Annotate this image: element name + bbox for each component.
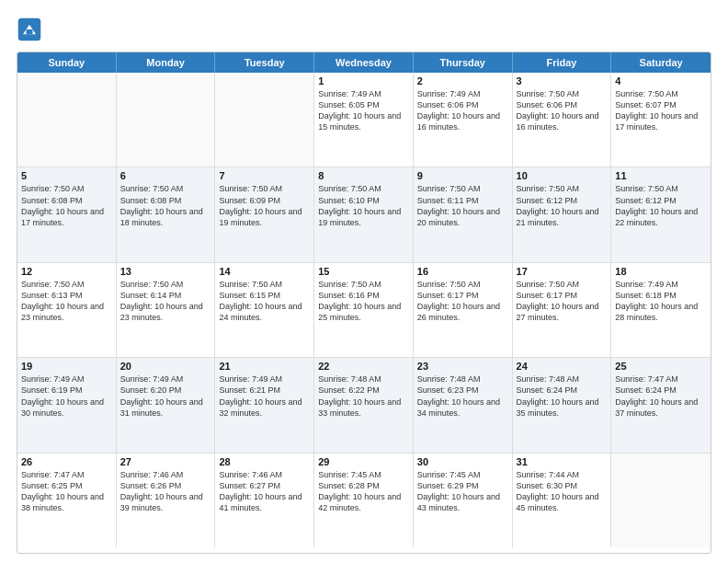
calendar-cell: 21Sunrise: 7:49 AM Sunset: 6:21 PM Dayli…: [215, 358, 314, 452]
calendar-cell: [17, 73, 117, 167]
calendar-cell: [611, 454, 711, 547]
day-number: 28: [219, 456, 310, 467]
cell-details: Sunrise: 7:50 AM Sunset: 6:10 PM Dayligh…: [318, 183, 409, 228]
logo: [17, 17, 46, 42]
day-number: 5: [21, 170, 112, 181]
day-number: 18: [615, 266, 707, 277]
day-number: 9: [417, 170, 508, 181]
day-wednesday: Wednesday: [314, 52, 414, 73]
day-number: 12: [21, 266, 112, 277]
day-thursday: Thursday: [414, 52, 513, 73]
calendar-body: 1Sunrise: 7:49 AM Sunset: 6:05 PM Daylig…: [17, 73, 711, 547]
day-number: 30: [417, 456, 508, 467]
calendar-cell: 31Sunrise: 7:44 AM Sunset: 6:30 PM Dayli…: [513, 454, 612, 547]
page: Sunday Monday Tuesday Wednesday Thursday…: [0, 0, 728, 563]
cell-details: Sunrise: 7:50 AM Sunset: 6:15 PM Dayligh…: [219, 279, 310, 324]
calendar-cell: 1Sunrise: 7:49 AM Sunset: 6:05 PM Daylig…: [314, 73, 414, 167]
calendar-cell: 8Sunrise: 7:50 AM Sunset: 6:10 PM Daylig…: [314, 167, 414, 261]
cell-details: Sunrise: 7:50 AM Sunset: 6:06 PM Dayligh…: [517, 88, 608, 133]
cell-details: Sunrise: 7:45 AM Sunset: 6:29 PM Dayligh…: [417, 469, 508, 514]
calendar-row: 1Sunrise: 7:49 AM Sunset: 6:05 PM Daylig…: [17, 73, 711, 167]
calendar-cell: 10Sunrise: 7:50 AM Sunset: 6:12 PM Dayli…: [513, 167, 612, 261]
calendar-cell: 11Sunrise: 7:50 AM Sunset: 6:12 PM Dayli…: [611, 167, 711, 261]
calendar-cell: 6Sunrise: 7:50 AM Sunset: 6:08 PM Daylig…: [117, 167, 216, 261]
calendar-cell: [215, 73, 314, 167]
calendar-cell: 23Sunrise: 7:48 AM Sunset: 6:23 PM Dayli…: [414, 358, 513, 452]
day-number: 2: [417, 75, 508, 86]
calendar-cell: 7Sunrise: 7:50 AM Sunset: 6:09 PM Daylig…: [215, 167, 314, 261]
cell-details: Sunrise: 7:45 AM Sunset: 6:28 PM Dayligh…: [318, 469, 409, 514]
cell-details: Sunrise: 7:50 AM Sunset: 6:13 PM Dayligh…: [21, 279, 112, 324]
cell-details: Sunrise: 7:50 AM Sunset: 6:07 PM Dayligh…: [615, 88, 707, 133]
day-number: 31: [517, 456, 608, 467]
day-number: 20: [120, 361, 211, 372]
day-number: 3: [517, 75, 608, 86]
day-number: 8: [318, 170, 409, 181]
cell-details: Sunrise: 7:49 AM Sunset: 6:20 PM Dayligh…: [120, 373, 211, 419]
cell-details: Sunrise: 7:46 AM Sunset: 6:27 PM Dayligh…: [219, 469, 310, 514]
cell-details: Sunrise: 7:50 AM Sunset: 6:08 PM Dayligh…: [120, 183, 211, 228]
day-number: 1: [318, 75, 409, 86]
day-number: 23: [417, 361, 508, 372]
calendar-cell: 27Sunrise: 7:46 AM Sunset: 6:26 PM Dayli…: [117, 454, 216, 547]
calendar-cell: 9Sunrise: 7:50 AM Sunset: 6:11 PM Daylig…: [414, 167, 513, 261]
day-number: 15: [318, 266, 409, 277]
calendar-cell: 25Sunrise: 7:47 AM Sunset: 6:24 PM Dayli…: [611, 358, 711, 452]
calendar-row: 26Sunrise: 7:47 AM Sunset: 6:25 PM Dayli…: [17, 454, 711, 547]
day-number: 4: [615, 75, 707, 86]
day-number: 22: [318, 361, 409, 372]
day-number: 17: [517, 266, 608, 277]
cell-details: Sunrise: 7:49 AM Sunset: 6:21 PM Dayligh…: [219, 373, 310, 419]
cell-details: Sunrise: 7:50 AM Sunset: 6:12 PM Dayligh…: [615, 183, 707, 228]
cell-details: Sunrise: 7:50 AM Sunset: 6:17 PM Dayligh…: [517, 279, 608, 324]
day-number: 27: [120, 456, 211, 467]
calendar-cell: 15Sunrise: 7:50 AM Sunset: 6:16 PM Dayli…: [314, 263, 414, 357]
header: [17, 17, 711, 42]
cell-details: Sunrise: 7:48 AM Sunset: 6:22 PM Dayligh…: [318, 373, 409, 419]
calendar-cell: 28Sunrise: 7:46 AM Sunset: 6:27 PM Dayli…: [215, 454, 314, 547]
logo-icon: [17, 17, 42, 42]
calendar-cell: 29Sunrise: 7:45 AM Sunset: 6:28 PM Dayli…: [314, 454, 414, 547]
calendar-cell: 14Sunrise: 7:50 AM Sunset: 6:15 PM Dayli…: [215, 263, 314, 357]
day-number: 19: [21, 361, 112, 372]
calendar-header: Sunday Monday Tuesday Wednesday Thursday…: [17, 52, 711, 73]
calendar: Sunday Monday Tuesday Wednesday Thursday…: [17, 52, 711, 554]
cell-details: Sunrise: 7:49 AM Sunset: 6:18 PM Dayligh…: [615, 279, 707, 324]
cell-details: Sunrise: 7:50 AM Sunset: 6:16 PM Dayligh…: [318, 279, 409, 324]
calendar-cell: 2Sunrise: 7:49 AM Sunset: 6:06 PM Daylig…: [414, 73, 513, 167]
calendar-cell: 17Sunrise: 7:50 AM Sunset: 6:17 PM Dayli…: [513, 263, 612, 357]
cell-details: Sunrise: 7:46 AM Sunset: 6:26 PM Dayligh…: [120, 469, 211, 514]
day-number: 24: [517, 361, 608, 372]
calendar-cell: 24Sunrise: 7:48 AM Sunset: 6:24 PM Dayli…: [513, 358, 612, 452]
day-friday: Friday: [513, 52, 612, 73]
day-tuesday: Tuesday: [215, 52, 314, 73]
calendar-cell: 3Sunrise: 7:50 AM Sunset: 6:06 PM Daylig…: [513, 73, 612, 167]
cell-details: Sunrise: 7:50 AM Sunset: 6:17 PM Dayligh…: [417, 279, 508, 324]
cell-details: Sunrise: 7:47 AM Sunset: 6:25 PM Dayligh…: [21, 469, 112, 514]
day-number: 13: [120, 266, 211, 277]
calendar-cell: 26Sunrise: 7:47 AM Sunset: 6:25 PM Dayli…: [17, 454, 117, 547]
svg-rect-2: [27, 29, 33, 34]
day-sunday: Sunday: [17, 52, 117, 73]
day-number: 16: [417, 266, 508, 277]
cell-details: Sunrise: 7:49 AM Sunset: 6:19 PM Dayligh…: [21, 373, 112, 419]
day-number: 14: [219, 266, 310, 277]
calendar-row: 5Sunrise: 7:50 AM Sunset: 6:08 PM Daylig…: [17, 167, 711, 262]
cell-details: Sunrise: 7:50 AM Sunset: 6:09 PM Dayligh…: [219, 183, 310, 228]
calendar-cell: 13Sunrise: 7:50 AM Sunset: 6:14 PM Dayli…: [117, 263, 216, 357]
cell-details: Sunrise: 7:50 AM Sunset: 6:14 PM Dayligh…: [120, 279, 211, 324]
cell-details: Sunrise: 7:44 AM Sunset: 6:30 PM Dayligh…: [517, 469, 608, 514]
cell-details: Sunrise: 7:49 AM Sunset: 6:06 PM Dayligh…: [417, 88, 508, 133]
day-monday: Monday: [117, 52, 216, 73]
calendar-cell: 22Sunrise: 7:48 AM Sunset: 6:22 PM Dayli…: [314, 358, 414, 452]
calendar-cell: 4Sunrise: 7:50 AM Sunset: 6:07 PM Daylig…: [611, 73, 711, 167]
cell-details: Sunrise: 7:49 AM Sunset: 6:05 PM Dayligh…: [318, 88, 409, 133]
calendar-row: 12Sunrise: 7:50 AM Sunset: 6:13 PM Dayli…: [17, 263, 711, 358]
day-number: 10: [517, 170, 608, 181]
day-number: 7: [219, 170, 310, 181]
calendar-cell: 12Sunrise: 7:50 AM Sunset: 6:13 PM Dayli…: [17, 263, 117, 357]
cell-details: Sunrise: 7:50 AM Sunset: 6:08 PM Dayligh…: [21, 183, 112, 228]
calendar-cell: [117, 73, 216, 167]
calendar-cell: 19Sunrise: 7:49 AM Sunset: 6:19 PM Dayli…: [17, 358, 117, 452]
calendar-cell: 5Sunrise: 7:50 AM Sunset: 6:08 PM Daylig…: [17, 167, 117, 261]
